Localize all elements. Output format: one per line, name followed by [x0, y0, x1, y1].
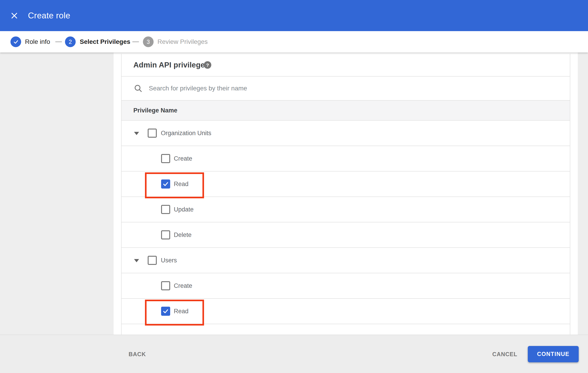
privilege-label: Organization Units	[161, 130, 211, 137]
step-connector	[132, 41, 139, 42]
cancel-button[interactable]: CANCEL	[492, 351, 517, 357]
step-select-privileges[interactable]: Select Privileges	[80, 38, 130, 45]
step-3-circle[interactable]: 3	[143, 37, 154, 47]
step-2-circle[interactable]: 2	[65, 37, 76, 47]
privilege-label: Delete	[174, 231, 191, 238]
dialog-body: Admin API privileges ? Privilege Name	[0, 52, 588, 335]
privilege-label: Read	[174, 181, 189, 188]
help-icon[interactable]: ?	[204, 61, 211, 69]
check-icon	[162, 308, 169, 315]
table-header-row: Privilege Name	[122, 101, 570, 121]
checkbox-ou-update[interactable]	[161, 205, 170, 214]
privilege-row-users: Users	[122, 248, 570, 273]
close-button[interactable]	[10, 11, 19, 21]
privilege-label: Create	[174, 155, 192, 162]
wizard-stepper: Role info 2 Select Privileges 3 Review P…	[0, 31, 588, 52]
privilege-row-ou-read: Read	[122, 172, 570, 197]
dialog-footer: BACK CANCEL CONTINUE	[0, 335, 588, 373]
column-header-privilege-name: Privilege Name	[133, 107, 178, 114]
checkbox-organization-units[interactable]	[148, 129, 157, 138]
step-connector	[55, 41, 62, 42]
search-input[interactable]	[149, 77, 535, 100]
privilege-row-users-create: Create	[122, 273, 570, 299]
search-icon	[133, 83, 143, 93]
section-title-row: Admin API privileges ?	[122, 54, 570, 77]
privilege-label: Update	[174, 206, 194, 213]
search-row	[122, 77, 570, 101]
check-icon	[13, 39, 19, 45]
privilege-label: Read	[174, 308, 189, 315]
privilege-row-users-read: Read	[122, 299, 570, 324]
admin-api-privileges-title: Admin API privileges	[133, 61, 209, 69]
partial-row	[122, 324, 570, 334]
privilege-label: Users	[161, 257, 177, 264]
privilege-row-organization-units: Organization Units	[122, 121, 570, 146]
continue-button[interactable]: CONTINUE	[528, 346, 579, 362]
dialog-header: Create role	[0, 0, 588, 31]
checkbox-ou-delete[interactable]	[161, 230, 170, 239]
step-3-number: 3	[147, 39, 150, 45]
check-icon	[162, 181, 169, 187]
back-button[interactable]: BACK	[129, 351, 146, 357]
close-icon	[10, 11, 18, 20]
step-review-privileges[interactable]: Review Privileges	[158, 38, 208, 45]
checkbox-users-create[interactable]	[161, 281, 170, 290]
step-1-circle[interactable]	[10, 37, 21, 47]
create-role-dialog: Create role Role info 2 Select Privilege…	[0, 0, 588, 373]
collapse-caret-icon[interactable]	[134, 132, 139, 135]
collapse-caret-icon[interactable]	[134, 259, 139, 262]
privilege-row-ou-update: Update	[122, 197, 570, 222]
step-role-info[interactable]: Role info	[25, 38, 50, 45]
privilege-label: Create	[174, 282, 192, 290]
privilege-row-ou-create: Create	[122, 146, 570, 172]
checkbox-ou-create[interactable]	[161, 154, 170, 163]
privileges-table: Admin API privileges ? Privilege Name	[121, 54, 570, 335]
step-2-number: 2	[69, 39, 72, 45]
checkbox-users-read[interactable]	[161, 307, 170, 316]
dialog-title: Create role	[28, 11, 70, 21]
checkbox-users[interactable]	[148, 256, 157, 265]
privilege-row-ou-delete: Delete	[122, 222, 570, 248]
checkbox-ou-read[interactable]	[161, 179, 170, 188]
